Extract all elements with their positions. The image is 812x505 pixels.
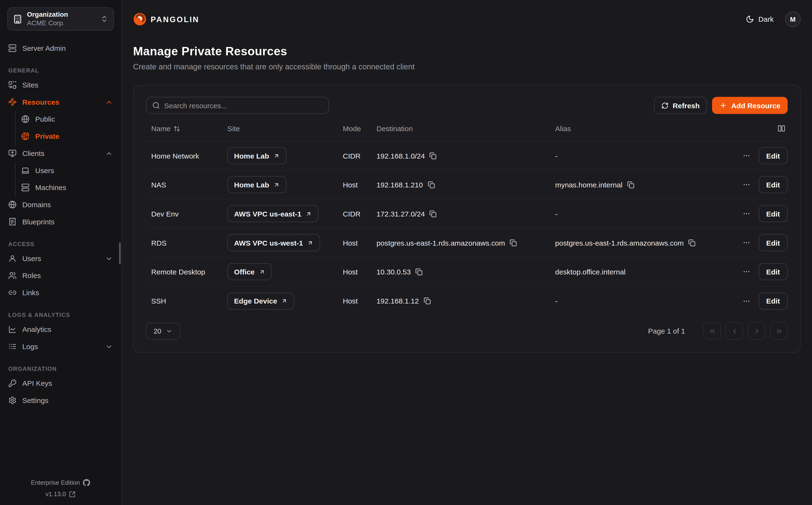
section-label-general: GENERAL (8, 67, 113, 73)
edit-button[interactable]: Edit (758, 292, 788, 310)
users-icon (8, 271, 17, 280)
sidebar-item-users[interactable]: Users (8, 250, 113, 266)
resource-alias: - (555, 210, 727, 218)
sidebar-item-clients[interactable]: Clients (8, 145, 113, 161)
resource-mode: Host (343, 180, 376, 189)
last-page-button[interactable] (770, 322, 788, 340)
copy-icon[interactable] (510, 239, 517, 246)
logs-icon (8, 342, 17, 351)
sidebar-item-machines[interactable]: Machines (15, 180, 113, 195)
col-name: Name (151, 124, 227, 133)
edit-button[interactable]: Edit (758, 205, 788, 222)
sidebar-item-resources[interactable]: Resources (8, 94, 113, 110)
refresh-button[interactable]: Refresh (654, 97, 707, 114)
copy-icon[interactable] (423, 297, 431, 305)
laptop-icon (21, 166, 30, 175)
next-page-button[interactable] (748, 322, 766, 340)
copy-icon[interactable] (627, 181, 634, 188)
row-menu-button[interactable] (743, 181, 750, 189)
chart-line-icon (8, 325, 17, 334)
copy-icon[interactable] (427, 181, 435, 188)
sidebar-footer: Enterprise Edition v1.13.0 (0, 475, 121, 500)
theme-toggle[interactable]: Dark (746, 15, 774, 23)
col-site: Site (227, 124, 343, 133)
row-menu-button[interactable] (743, 210, 750, 218)
site-link[interactable]: AWS VPC us-west-1 (227, 234, 320, 251)
prev-page-button[interactable] (726, 322, 743, 340)
edit-button[interactable]: Edit (758, 147, 788, 164)
first-page-button[interactable] (703, 322, 721, 340)
resource-mode: Host (343, 297, 376, 305)
server-icon (8, 44, 17, 52)
row-menu-button[interactable] (743, 297, 750, 305)
version-link[interactable]: v1.13.0 (0, 490, 121, 498)
resource-name: RDS (151, 238, 227, 247)
page-subtitle: Create and manage resources that are onl… (133, 62, 801, 71)
resource-mode: CIDR (343, 210, 376, 218)
sidebar-item-client-users[interactable]: Users (15, 163, 113, 178)
sidebar-item-server-admin[interactable]: Server Admin (8, 40, 113, 56)
site-link[interactable]: AWS VPC us-east-1 (227, 205, 319, 222)
sort-icon[interactable] (174, 125, 180, 132)
arrow-up-right-icon (259, 269, 265, 275)
user-icon (8, 255, 17, 263)
add-resource-button[interactable]: Add Resource (712, 97, 788, 114)
resource-name: SSH (151, 297, 227, 305)
sidebar-item-blueprints[interactable]: Blueprints (8, 214, 113, 229)
org-selector[interactable]: Organization ACME Corp. (7, 7, 114, 30)
sidebar-scrollbar[interactable] (119, 242, 121, 264)
avatar[interactable]: M (785, 11, 801, 27)
sidebar-item-private[interactable]: Private (15, 129, 113, 144)
arrow-up-right-icon (307, 239, 313, 246)
sidebar-item-roles[interactable]: Roles (8, 268, 113, 283)
sidebar-item-settings[interactable]: Settings (8, 393, 113, 408)
row-menu-button[interactable] (743, 152, 750, 160)
copy-icon[interactable] (430, 152, 437, 159)
row-menu-button[interactable] (743, 239, 750, 246)
row-menu-button[interactable] (743, 268, 750, 276)
arrow-up-right-icon (273, 181, 279, 188)
page-size-select[interactable]: 20 (146, 322, 180, 340)
resource-destination: 172.31.27.0/24 (376, 210, 555, 218)
sidebar-item-logs[interactable]: Logs (8, 339, 113, 354)
theme-label: Dark (758, 15, 774, 23)
plus-icon (719, 102, 727, 110)
globe-icon (21, 115, 30, 123)
edit-button[interactable]: Edit (758, 234, 788, 251)
copy-icon[interactable] (688, 239, 695, 246)
edit-button[interactable]: Edit (758, 263, 788, 280)
site-link[interactable]: Office (227, 263, 272, 280)
table-header: Name Site Mode Destination Alias (146, 124, 788, 141)
sidebar-item-domains[interactable]: Domains (8, 197, 113, 212)
site-link[interactable]: Home Lab (227, 176, 286, 193)
edit-button[interactable]: Edit (758, 176, 788, 193)
waypoints-icon (8, 98, 17, 106)
arrow-up-right-icon (306, 210, 312, 217)
copy-icon[interactable] (430, 210, 437, 217)
table-row: Remote Desktop Office Host 10.30.0.53 de… (146, 258, 788, 287)
sidebar-item-links[interactable]: Links (8, 285, 113, 300)
resource-mode: Host (343, 238, 376, 247)
site-link[interactable]: Edge Device (227, 292, 294, 310)
site-link[interactable]: Home Lab (227, 147, 286, 164)
chevron-up-icon (105, 98, 113, 106)
org-selector-value: ACME Corp. (27, 19, 96, 27)
server-icon (21, 183, 30, 192)
columns-icon[interactable] (777, 124, 786, 133)
resources-table: Name Site Mode Destination Alias Home Ne… (146, 124, 788, 315)
sidebar-item-sites[interactable]: Sites (8, 77, 113, 93)
section-label-logs-analytics: LOGS & ANALYTICS (8, 312, 113, 318)
table-row: Home Network Home Lab CIDR 192.168.1.0/2… (146, 141, 788, 170)
topbar: PANGOLIN Dark M (133, 11, 801, 27)
resource-alias: - (555, 151, 727, 160)
copy-icon[interactable] (415, 268, 422, 275)
search-input[interactable] (164, 101, 323, 110)
page-title: Manage Private Resources (133, 44, 801, 59)
sidebar-item-analytics[interactable]: Analytics (8, 322, 113, 337)
resource-name: Dev Env (151, 210, 227, 218)
edition-link[interactable]: Enterprise Edition (0, 479, 121, 486)
arrow-up-right-icon (281, 298, 287, 304)
resource-destination: postgres.us-east-1.rds.amazonaws.com (376, 238, 555, 247)
sidebar-item-public[interactable]: Public (15, 111, 113, 127)
sidebar-item-api-keys[interactable]: API Keys (8, 375, 113, 391)
